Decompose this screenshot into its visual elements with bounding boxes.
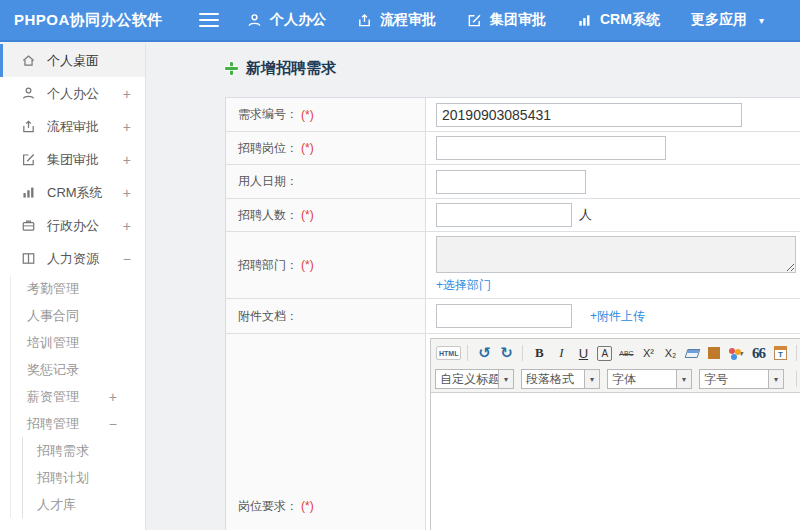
chevron-down-icon[interactable]: ▾	[677, 369, 692, 389]
sidebar-item-workflow-approval[interactable]: 流程审批 +	[0, 110, 145, 143]
sidebar-item-attendance[interactable]: 考勤管理	[11, 275, 145, 302]
redo-button[interactable]: ↻	[496, 343, 516, 363]
superscript-button[interactable]: X²	[638, 343, 658, 363]
form-row-headcount: 招聘人数： (*) 人	[226, 199, 800, 232]
editor-toolbar-row1: HTML ↺ ↻ B I U A ABC X² X₂ ▾	[431, 339, 800, 366]
nav-workflow-approval[interactable]: 流程审批	[357, 11, 436, 29]
field-label: 招聘人数：	[238, 207, 298, 224]
strikethrough-button[interactable]: ABC	[616, 343, 636, 363]
sidebar-item-desktop[interactable]: 个人桌面	[0, 44, 145, 77]
form-row-position: 招聘岗位： (*)	[226, 132, 800, 165]
expand-icon[interactable]: +	[123, 218, 131, 234]
expand-icon[interactable]: +	[123, 86, 131, 102]
required-mark: (*)	[301, 208, 314, 222]
html-source-button[interactable]: HTML	[436, 346, 461, 360]
hire-date-input[interactable]	[436, 170, 586, 194]
required-mark: (*)	[301, 258, 314, 272]
sidebar-item-recruit-request[interactable]: 招聘需求	[23, 437, 145, 464]
required-mark: (*)	[301, 499, 314, 513]
field-label: 附件文档：	[238, 308, 298, 325]
attachment-input[interactable]	[436, 304, 572, 328]
chevron-down-icon: ▾	[739, 349, 743, 358]
form-row-department: 招聘部门： (*) +选择部门	[226, 232, 800, 299]
sidebar-item-contracts[interactable]: 人事合同	[11, 302, 145, 329]
required-mark: (*)	[301, 108, 314, 122]
paste-as-text-button[interactable]: T	[770, 343, 790, 363]
edit-icon	[467, 13, 482, 28]
nav-personal-office[interactable]: 个人办公	[247, 11, 326, 29]
expand-icon[interactable]: +	[109, 389, 117, 405]
sidebar-item-recruitment[interactable]: 招聘管理 −	[11, 410, 145, 437]
paragraph-format-select[interactable]: 段落格式 ▾	[521, 369, 600, 389]
nav-crm-system[interactable]: CRM系统	[577, 11, 660, 29]
sidebar-item-recruit-plan[interactable]: 招聘计划	[23, 464, 145, 491]
expand-icon[interactable]: +	[123, 185, 131, 201]
rich-text-editor: HTML ↺ ↻ B I U A ABC X² X₂ ▾	[430, 338, 800, 530]
field-label: 用人日期：	[238, 173, 298, 190]
sidebar-item-crm[interactable]: CRM系统 +	[0, 176, 145, 209]
chevron-down-icon[interactable]: ▾	[585, 369, 600, 389]
field-label: 招聘部门：	[238, 257, 298, 274]
palette-button[interactable]: ▾	[726, 343, 746, 363]
expand-icon[interactable]: +	[123, 152, 131, 168]
field-label: 岗位要求：	[238, 498, 298, 515]
form-row-requirements: 岗位要求： (*) HTML ↺ ↻ B I U A ABC	[226, 334, 800, 530]
briefcase-icon	[21, 218, 36, 233]
form-row-request-no: 需求编号： (*)	[226, 98, 800, 132]
format-brush-button[interactable]	[704, 343, 724, 363]
editor-content-area[interactable]	[431, 393, 800, 530]
font-size-select[interactable]: 字号 ▾	[699, 369, 784, 389]
font-family-select[interactable]: 字体 ▾	[607, 369, 692, 389]
top-nav: 个人办公 流程审批 集团审批 CRM系统 更多应用 ▾	[247, 11, 795, 29]
sidebar-item-talent-pool[interactable]: 人才库	[23, 491, 145, 518]
sidebar-item-hr[interactable]: 人力资源 −	[0, 242, 145, 275]
sidebar-item-admin-office[interactable]: 行政办公 +	[0, 209, 145, 242]
menu-toggle-icon[interactable]	[199, 9, 221, 31]
add-icon	[225, 62, 238, 75]
sidebar-item-group-approval[interactable]: 集团审批 +	[0, 143, 145, 176]
heading-select[interactable]: 自定义标题 ▾	[435, 369, 514, 389]
undo-button[interactable]: ↺	[474, 343, 494, 363]
sidebar-item-rewards[interactable]: 奖惩记录	[11, 356, 145, 383]
subscript-button[interactable]: X₂	[660, 343, 680, 363]
collapse-icon[interactable]: −	[123, 251, 131, 267]
edit-icon	[21, 152, 36, 167]
department-textarea[interactable]	[436, 236, 796, 273]
sidebar-item-personal-office[interactable]: 个人办公 +	[0, 77, 145, 110]
app-logo: PHPOA协同办公软件	[14, 11, 190, 30]
italic-button[interactable]: I	[551, 343, 571, 363]
nav-more-apps[interactable]: 更多应用 ▾	[691, 11, 764, 29]
char-border-button[interactable]: A	[597, 346, 612, 361]
field-label: 需求编号：	[238, 106, 298, 123]
field-label: 招聘岗位：	[238, 140, 298, 157]
clipboard-icon: T	[774, 346, 787, 360]
book-icon	[21, 251, 36, 266]
sidebar-item-training[interactable]: 培训管理	[11, 329, 145, 356]
expand-icon[interactable]: +	[123, 119, 131, 135]
collapse-icon[interactable]: −	[109, 416, 117, 432]
headcount-input[interactable]	[436, 203, 572, 227]
bold-button[interactable]: B	[529, 343, 549, 363]
eraser-icon	[684, 349, 700, 358]
app-header: PHPOA协同办公软件 个人办公 流程审批 集团审批 CRM系统 更多应用 ▾	[0, 0, 800, 42]
chevron-down-icon: ▾	[759, 15, 764, 26]
underline-button[interactable]: U	[573, 343, 593, 363]
eraser-button[interactable]	[682, 343, 702, 363]
chevron-down-icon[interactable]: ▾	[769, 369, 784, 389]
nav-group-approval[interactable]: 集团审批	[467, 11, 546, 29]
page-title: 新增招聘需求	[225, 59, 800, 78]
chevron-down-icon[interactable]: ▾	[499, 369, 514, 389]
blockquote-button[interactable]: 66	[748, 343, 768, 363]
recruitment-submenu: 招聘需求 招聘计划 人才库	[22, 437, 145, 518]
required-mark: (*)	[301, 141, 314, 155]
unit-label: 人	[579, 206, 592, 224]
brush-icon	[708, 347, 720, 359]
sidebar-item-salary[interactable]: 薪资管理 +	[11, 383, 145, 410]
user-icon	[21, 86, 36, 101]
main-content: 新增招聘需求 需求编号： (*) 招聘岗位： (*) 用人日期：	[147, 44, 800, 530]
request-no-input[interactable]	[436, 103, 742, 127]
workflow-icon	[357, 13, 372, 28]
position-input[interactable]	[436, 136, 666, 160]
select-department-link[interactable]: +选择部门	[436, 277, 491, 294]
upload-attachment-link[interactable]: +附件上传	[590, 308, 645, 325]
